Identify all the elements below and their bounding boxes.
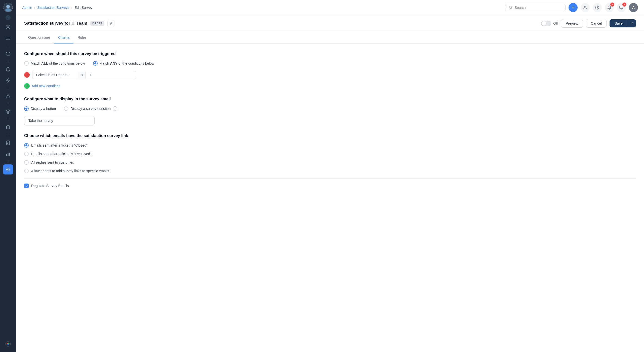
survey-title: Satisfaction survey for IT Team (24, 21, 87, 26)
survey-title-row: Satisfaction survey for IT Team DRAFT (24, 20, 114, 27)
svg-point-4 (7, 26, 9, 28)
svg-point-8 (8, 55, 8, 55)
sidebar-dots-5[interactable]: ⋮ (7, 117, 10, 121)
display-button-option[interactable]: Display a button (24, 106, 56, 111)
sidebar-item-warning[interactable] (3, 91, 13, 101)
save-dropdown-btn[interactable] (628, 19, 636, 27)
notifications-badge: 1 (610, 3, 614, 7)
avatar[interactable] (4, 3, 13, 12)
add-condition-icon: + (24, 83, 30, 89)
regulate-row: Regulate Survey Emails (24, 184, 636, 188)
save-button[interactable]: Save (610, 19, 628, 27)
display-section: Configure what to display in the survey … (24, 97, 636, 125)
sidebar-item-colorful[interactable] (3, 339, 13, 349)
button-text-input[interactable] (24, 116, 95, 125)
sidebar-dots-2[interactable]: ⋮ (7, 59, 10, 63)
email-replies-radio[interactable] (24, 160, 29, 165)
tabs: Questionnaire Criteria Rules (16, 32, 644, 43)
survey-actions: Off Preview Cancel Save (541, 19, 636, 28)
sidebar-dots-4[interactable]: ⋮ (7, 102, 10, 106)
sidebar-item-analytics[interactable] (3, 149, 13, 159)
sidebar-collapse-btn[interactable]: › (6, 15, 11, 20)
email-specific-radio[interactable] (24, 169, 29, 173)
match-radio-group: Match ALL of the conditions below Match … (24, 61, 636, 66)
preview-button[interactable]: Preview (561, 19, 583, 28)
regulate-checkbox[interactable] (24, 184, 29, 188)
match-any-option[interactable]: Match ANY of the conditions below (93, 61, 154, 66)
sidebar-item-database[interactable] (3, 122, 13, 132)
cancel-button[interactable]: Cancel (586, 19, 607, 28)
sidebar-item-home[interactable] (3, 22, 13, 32)
sidebar-item-lightning[interactable] (3, 75, 13, 85)
match-any-radio[interactable] (93, 61, 98, 66)
svg-point-28 (597, 8, 597, 9)
regulate-label: Regulate Survey Emails (31, 184, 69, 188)
email-option-replies[interactable]: All replies sent to customer. (24, 160, 636, 165)
svg-rect-5 (6, 37, 10, 40)
match-all-option[interactable]: Match ALL of the conditions below (24, 61, 85, 66)
trigger-section: Configure when should this survey be tri… (24, 52, 636, 89)
display-radio-group: Display a button Display a survey questi… (24, 106, 636, 111)
svg-rect-16 (6, 154, 7, 156)
sidebar-item-inbox[interactable] (3, 33, 13, 43)
display-question-label: Display a survey question (70, 107, 111, 111)
sidebar-item-docs[interactable] (3, 138, 13, 148)
email-option-resolved[interactable]: Emails sent after a ticket is "Resolved"… (24, 152, 636, 156)
breadcrumb-admin[interactable]: Admin (22, 6, 32, 10)
search-icon (509, 6, 512, 10)
sidebar-dots-1[interactable]: ⋮ (7, 44, 10, 48)
notifications-btn[interactable]: 1 (605, 3, 614, 12)
svg-rect-18 (9, 153, 10, 156)
display-button-dot (25, 108, 27, 110)
search-box[interactable] (505, 4, 566, 11)
sidebar-item-settings[interactable] (3, 164, 13, 174)
sidebar-dots-6[interactable]: ⋮ (7, 133, 10, 137)
svg-point-2 (5, 8, 11, 12)
search-input[interactable] (514, 6, 562, 10)
svg-point-21 (7, 343, 8, 344)
condition-field-input[interactable] (32, 71, 78, 79)
draft-badge: DRAFT (90, 21, 104, 26)
survey-toggle[interactable] (541, 21, 551, 26)
email-closed-label: Emails sent after a ticket is "Closed". (31, 143, 89, 147)
header: Admin › Satisfaction Surveys › Edit Surv… (16, 0, 644, 15)
header-actions: + 1 2 A (505, 3, 638, 12)
email-option-closed[interactable]: Emails sent after a ticket is "Closed". (24, 143, 636, 148)
tab-criteria[interactable]: Criteria (54, 32, 73, 43)
messages-badge: 2 (622, 3, 626, 7)
edit-title-btn[interactable] (107, 20, 114, 27)
help-btn[interactable] (593, 3, 602, 12)
tab-questionnaire[interactable]: Questionnaire (24, 32, 54, 43)
breadcrumb: Admin › Satisfaction Surveys › Edit Surv… (22, 6, 92, 10)
email-option-specific[interactable]: Allow agents to add survey links to spec… (24, 169, 636, 173)
remove-condition-btn[interactable]: − (24, 72, 30, 78)
display-question-option[interactable]: Display a survey question i (64, 106, 117, 111)
messages-btn[interactable]: 2 (617, 3, 626, 12)
email-specific-label: Allow agents to add survey links to spec… (31, 169, 110, 173)
display-question-radio[interactable] (64, 106, 68, 111)
condition-row: − is (24, 71, 636, 79)
email-closed-radio[interactable] (24, 143, 29, 148)
condition-value-input[interactable] (86, 71, 136, 79)
display-button-radio[interactable] (24, 106, 29, 111)
email-resolved-radio[interactable] (24, 152, 29, 156)
add-condition-btn[interactable]: + Add new condition (24, 83, 636, 89)
divider (24, 178, 636, 179)
sidebar-item-issues[interactable] (3, 49, 13, 59)
sidebar-item-shield[interactable] (3, 64, 13, 74)
user-avatar[interactable]: A (629, 3, 638, 12)
sidebar-item-layers[interactable] (3, 107, 13, 117)
breadcrumb-current: Edit Survey (74, 6, 93, 10)
criteria-content: Configure when should this survey be tri… (16, 43, 644, 352)
breadcrumb-surveys[interactable]: Satisfaction Surveys (37, 6, 69, 10)
match-any-dot (94, 62, 96, 64)
sidebar-dots-3[interactable]: ⋮ (7, 86, 10, 90)
tab-rules[interactable]: Rules (73, 32, 91, 43)
trigger-section-title: Configure when should this survey be tri… (24, 52, 636, 56)
sidebar-dots-7[interactable]: ⋮ (7, 159, 10, 163)
info-icon[interactable]: i (113, 106, 117, 111)
condition-field[interactable]: is (32, 71, 136, 79)
agent-icon-btn[interactable] (581, 3, 590, 12)
add-button[interactable]: + (569, 3, 578, 12)
match-all-radio[interactable] (24, 61, 29, 66)
